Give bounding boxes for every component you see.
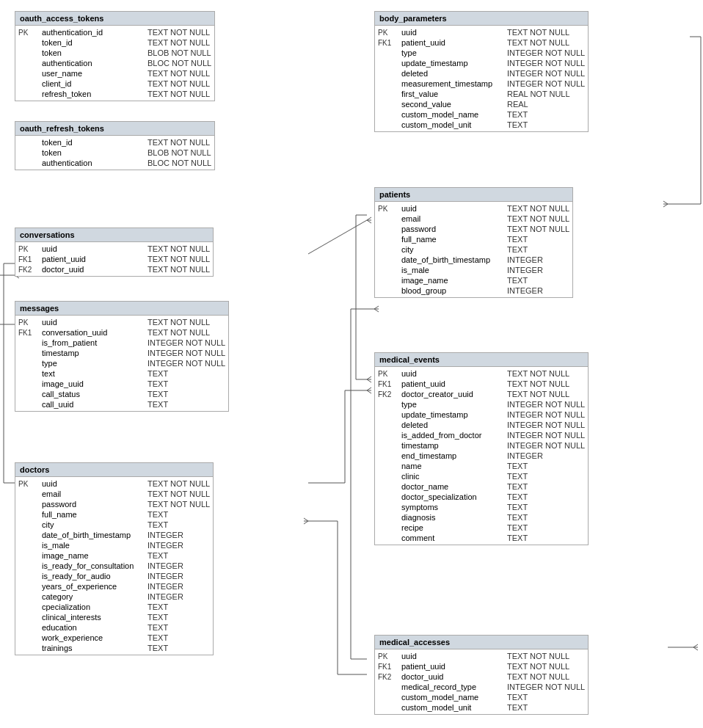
table-row: PKuuidTEXT NOT NULL xyxy=(15,478,213,489)
row-field-name: is_from_patient xyxy=(42,338,145,347)
row-field-type: INTEGER NOT NULL xyxy=(507,400,585,409)
row-field-name: authentication_id xyxy=(42,28,145,37)
table-row: timestampINTEGER NOT NULL xyxy=(15,348,228,358)
table-header-conversations: conversations xyxy=(15,228,213,242)
row-field-name: type xyxy=(401,48,504,57)
row-field-type: TEXT xyxy=(507,513,585,522)
table-row: trainingsTEXT xyxy=(15,643,213,653)
row-field-name: name xyxy=(401,462,504,470)
row-field-type: TEXT xyxy=(507,482,585,491)
row-field-type: BLOC NOT NULL xyxy=(147,59,211,68)
svg-line-15 xyxy=(367,387,371,390)
table-header-messages: messages xyxy=(15,302,228,316)
table-row: update_timestampINTEGER NOT NULL xyxy=(375,58,588,68)
row-field-type: TEXT xyxy=(147,379,225,388)
row-field-type: BLOC NOT NULL xyxy=(147,159,211,167)
table-body_parameters: body_parametersPKuuidTEXT NOT NULLFK1pat… xyxy=(374,11,589,132)
row-key: FK2 xyxy=(378,390,398,398)
table-row: FK1patient_uuidTEXT NOT NULL xyxy=(375,661,588,671)
table-medical_accesses: medical_accessesPKuuidTEXT NOT NULLFK1pa… xyxy=(374,635,589,715)
table-row: custom_model_unitTEXT xyxy=(375,702,588,713)
row-field-type: INTEGER xyxy=(147,572,210,580)
table-row: nameTEXT xyxy=(375,461,588,471)
table-row: cityTEXT xyxy=(375,244,572,255)
row-field-type: TEXT xyxy=(147,369,225,378)
table-body-oauth_refresh_tokens: token_idTEXT NOT NULLtokenBLOB NOT NULLa… xyxy=(15,136,214,170)
table-row: medical_record_typeINTEGER NOT NULL xyxy=(375,682,588,692)
row-field-type: INTEGER xyxy=(507,255,569,264)
svg-line-21 xyxy=(374,306,379,309)
table-body-messages: PKuuidTEXT NOT NULLFK1conversation_uuidT… xyxy=(15,316,228,411)
svg-line-19 xyxy=(304,521,308,524)
table-row: passwordTEXT NOT NULL xyxy=(375,224,572,234)
row-key: PK xyxy=(18,480,39,488)
table-oauth_refresh_tokens: oauth_refresh_tokenstoken_idTEXT NOT NUL… xyxy=(15,121,215,170)
row-field-name: uuid xyxy=(401,204,504,213)
table-row: FK1patient_uuidTEXT NOT NULL xyxy=(375,379,588,389)
row-field-name: custom_model_unit xyxy=(401,120,504,129)
table-row: image_nameTEXT xyxy=(15,550,213,561)
row-field-name: token_id xyxy=(42,138,145,147)
table-row: clinical_interestsTEXT xyxy=(15,612,213,622)
row-field-name: is_ready_for_consultation xyxy=(42,561,145,570)
row-field-type: INTEGER xyxy=(147,592,210,601)
table-row: cityTEXT xyxy=(15,520,213,530)
row-field-name: is_male xyxy=(401,266,504,274)
row-field-name: client_id xyxy=(42,79,145,88)
row-field-name: patient_uuid xyxy=(401,38,504,47)
row-field-name: end_timestamp xyxy=(401,451,504,460)
table-row: is_ready_for_audioINTEGER xyxy=(15,571,213,581)
row-field-type: TEXT NOT NULL xyxy=(147,489,210,498)
table-row: doctor_nameTEXT xyxy=(375,481,588,492)
row-field-type: TEXT xyxy=(147,400,225,409)
row-field-name: patient_uuid xyxy=(401,662,504,671)
svg-line-18 xyxy=(304,518,308,521)
table-patients: patientsPKuuidTEXT NOT NULLemailTEXT NOT… xyxy=(374,187,573,298)
row-field-type: TEXT xyxy=(507,245,569,254)
row-field-type: INTEGER NOT NULL xyxy=(147,359,225,368)
row-field-name: user_name xyxy=(42,69,145,78)
row-field-name: token xyxy=(42,148,145,157)
row-field-name: full_name xyxy=(401,235,504,244)
row-field-name: conversation_uuid xyxy=(42,328,145,337)
row-field-type: TEXT NOT NULL xyxy=(147,500,210,509)
table-row: typeINTEGER NOT NULL xyxy=(375,399,588,410)
row-field-name: doctor_name xyxy=(401,482,504,491)
row-key: FK1 xyxy=(18,255,39,263)
row-field-name: doctor_creator_uuid xyxy=(401,390,504,398)
table-row: years_of_experienceINTEGER xyxy=(15,581,213,592)
table-row: PKuuidTEXT NOT NULL xyxy=(375,368,588,379)
table-body-conversations: PKuuidTEXT NOT NULLFK1patient_uuidTEXT N… xyxy=(15,242,213,276)
table-medical_events: medical_eventsPKuuidTEXT NOT NULLFK1pati… xyxy=(374,352,589,545)
row-field-type: TEXT xyxy=(147,603,210,611)
row-field-type: INTEGER NOT NULL xyxy=(507,421,585,429)
row-field-type: TEXT NOT NULL xyxy=(147,90,211,98)
table-row: full_nameTEXT xyxy=(15,509,213,520)
row-field-name: password xyxy=(401,225,504,233)
row-field-name: image_uuid xyxy=(42,379,145,388)
row-field-name: doctor_uuid xyxy=(401,672,504,681)
table-header-medical_events: medical_events xyxy=(375,353,588,367)
table-row: deletedINTEGER NOT NULL xyxy=(375,420,588,430)
row-field-type: TEXT NOT NULL xyxy=(507,672,585,681)
row-field-name: type xyxy=(401,400,504,409)
row-field-name: patient_uuid xyxy=(401,379,504,388)
table-row: full_nameTEXT xyxy=(375,234,572,244)
row-field-type: TEXT xyxy=(507,523,585,532)
row-field-type: TEXT NOT NULL xyxy=(507,214,569,223)
row-field-name: doctor_specialization xyxy=(401,492,504,501)
svg-line-10 xyxy=(663,204,668,207)
row-field-type: TEXT NOT NULL xyxy=(507,662,585,671)
row-field-type: TEXT NOT NULL xyxy=(147,28,211,37)
row-field-type: TEXT xyxy=(507,472,585,481)
table-row: call_statusTEXT xyxy=(15,389,228,399)
row-field-name: type xyxy=(42,359,145,368)
table-header-oauth_refresh_tokens: oauth_refresh_tokens xyxy=(15,122,214,136)
table-row: cpecializationTEXT xyxy=(15,602,213,612)
row-field-type: INTEGER NOT NULL xyxy=(147,338,225,347)
svg-line-13 xyxy=(367,379,371,382)
row-field-type: TEXT xyxy=(507,462,585,470)
row-field-name: city xyxy=(401,245,504,254)
table-row: emailTEXT NOT NULL xyxy=(15,489,213,499)
row-field-name: recipe xyxy=(401,523,504,532)
